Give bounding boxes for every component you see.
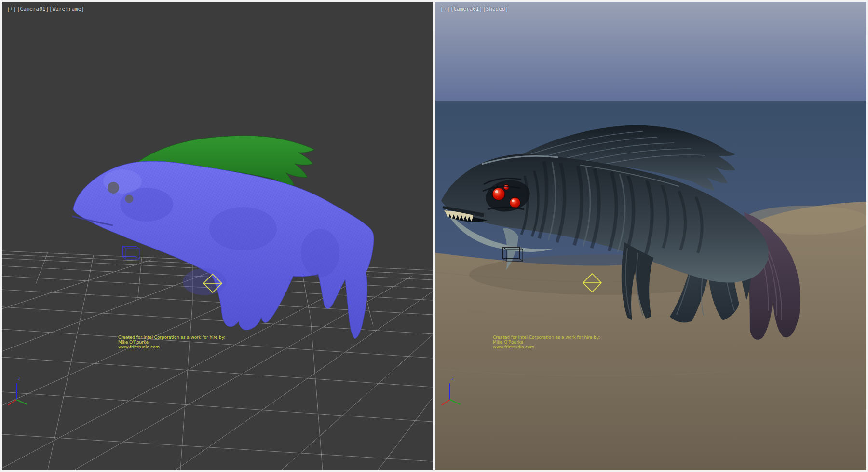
viewport-shaded[interactable]: [+][Camera01][Shaded] Created for Intel … — [435, 2, 866, 470]
annotation-line: Created for Intel Corporation as a work … — [493, 335, 600, 340]
viewport-menu-general-button[interactable]: [+] — [440, 6, 450, 12]
dual-viewport-stage: [+][Camera01][Wireframe] Created for Int… — [0, 0, 868, 472]
viewport-menu-pov-button[interactable]: [Camera01] — [17, 6, 49, 12]
viewport-menu-general-button[interactable]: [+] — [7, 6, 16, 12]
viewport-label: [+][Camera01][Shaded] — [440, 6, 509, 12]
annotation-line: www.frizstudio.com — [118, 345, 225, 349]
eye-highlight — [495, 190, 498, 193]
wireframe-scene — [2, 2, 433, 470]
horizon-line — [435, 101, 866, 102]
world-axis-tripod — [8, 383, 27, 405]
viewport-menu-shading-button[interactable]: [Shaded] — [483, 6, 508, 12]
shaded-scene — [435, 2, 866, 470]
annotation-line: Created for Intel Corporation as a work … — [118, 335, 225, 340]
sky — [435, 2, 866, 103]
eye-highlight — [512, 200, 515, 202]
viewport-menu-shading-button[interactable]: [Wireframe] — [49, 6, 84, 12]
viewport-wireframe[interactable]: [+][Camera01][Wireframe] Created for Int… — [2, 2, 433, 470]
fish-eye — [125, 195, 134, 203]
fish-eye — [510, 197, 520, 208]
fish-eye — [492, 188, 505, 200]
annotation-line: Mike O'Rourke — [493, 340, 600, 345]
scene-annotation: Created for Intel Corporation as a work … — [118, 335, 225, 349]
annotation-line: Mike O'Rourke — [118, 340, 225, 345]
scene-annotation: Created for Intel Corporation as a work … — [493, 335, 600, 349]
fish-eye — [108, 182, 119, 194]
annotation-line: www.frizstudio.com — [493, 345, 600, 349]
axis-z-label: z — [451, 376, 454, 381]
viewport-label: [+][Camera01][Wireframe] — [7, 6, 85, 12]
wireframe-fish-model[interactable] — [72, 136, 374, 339]
viewport-menu-pov-button[interactable]: [Camera01] — [450, 6, 482, 12]
axis-z-label: z — [18, 376, 20, 381]
box-helper[interactable] — [122, 246, 139, 259]
